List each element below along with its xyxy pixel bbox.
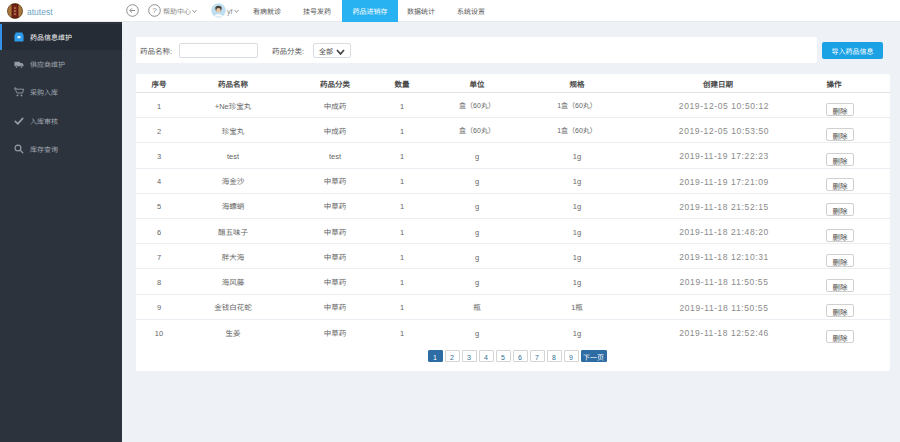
svg-text:?: ?: [152, 6, 157, 15]
